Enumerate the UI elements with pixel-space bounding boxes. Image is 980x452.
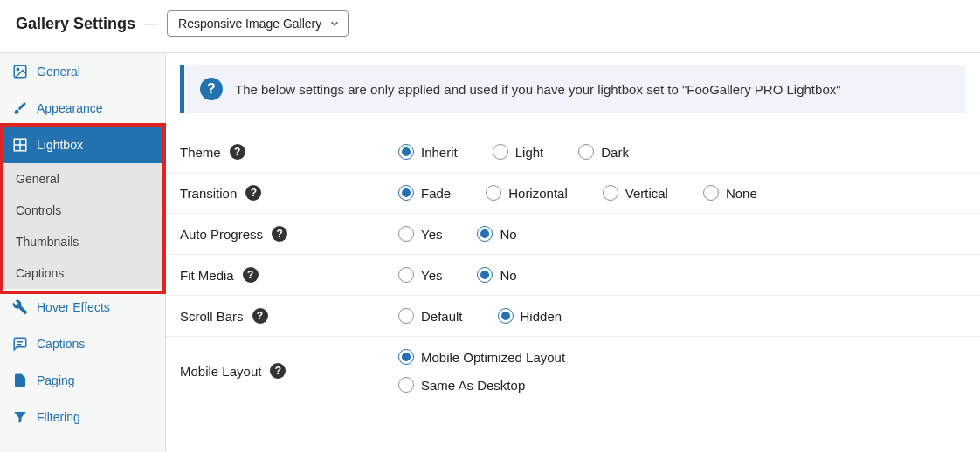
radio-option-horizontal[interactable]: Horizontal bbox=[486, 185, 568, 201]
radio-icon bbox=[398, 349, 414, 365]
radio-icon bbox=[578, 144, 594, 160]
radio-label: Same As Desktop bbox=[421, 378, 525, 393]
notice-text: The below settings are only applied and … bbox=[235, 82, 841, 97]
label-theme: Theme bbox=[180, 145, 221, 160]
grid-icon bbox=[12, 137, 28, 153]
radio-label: Light bbox=[515, 145, 544, 160]
radio-option-fade[interactable]: Fade bbox=[398, 185, 451, 201]
sub-item-general[interactable]: General bbox=[0, 163, 165, 195]
help-icon[interactable]: ? bbox=[245, 185, 261, 201]
theme-options: InheritLightDark bbox=[398, 144, 629, 160]
radio-label: No bbox=[500, 227, 516, 242]
radio-icon bbox=[398, 267, 414, 283]
radio-icon bbox=[398, 144, 414, 160]
radio-option-hidden[interactable]: Hidden bbox=[498, 308, 562, 324]
radio-label: Yes bbox=[421, 268, 442, 283]
radio-option-default[interactable]: Default bbox=[398, 308, 463, 324]
label-scrollbars: Scroll Bars bbox=[180, 309, 244, 324]
svg-point-1 bbox=[17, 68, 18, 70]
title-dash: — bbox=[144, 16, 158, 31]
radio-option-same-as-desktop[interactable]: Same As Desktop bbox=[398, 377, 525, 393]
radio-label: Default bbox=[421, 309, 463, 324]
radio-icon bbox=[493, 144, 508, 160]
radio-option-no[interactable]: No bbox=[477, 267, 516, 283]
info-notice: ? The below settings are only applied an… bbox=[180, 65, 966, 113]
radio-icon bbox=[486, 185, 501, 201]
transition-options: FadeHorizontalVerticalNone bbox=[398, 185, 757, 201]
radio-option-inherit[interactable]: Inherit bbox=[398, 144, 458, 160]
sub-item-controls[interactable]: Controls bbox=[0, 195, 165, 226]
help-icon[interactable]: ? bbox=[252, 308, 268, 324]
radio-icon bbox=[477, 226, 493, 242]
radio-option-light[interactable]: Light bbox=[493, 144, 544, 160]
label-mobilelayout: Mobile Layout bbox=[180, 364, 261, 379]
radio-option-yes[interactable]: Yes bbox=[398, 267, 442, 283]
row-scrollbars: Scroll Bars? DefaultHidden bbox=[166, 296, 980, 337]
radio-label: Inherit bbox=[421, 145, 458, 160]
sidebar-item-label: Captions bbox=[37, 337, 85, 351]
chevron-down-icon bbox=[328, 17, 341, 30]
sidebar-item-paging[interactable]: Paging bbox=[0, 362, 165, 399]
sidebar-item-filtering[interactable]: Filtering bbox=[0, 399, 165, 435]
radio-label: No bbox=[500, 268, 516, 283]
radio-option-yes[interactable]: Yes bbox=[398, 226, 442, 242]
wrench-icon bbox=[12, 299, 28, 315]
radio-label: Fade bbox=[421, 186, 451, 201]
radio-option-no[interactable]: No bbox=[477, 226, 516, 242]
sub-item-captions[interactable]: Captions bbox=[0, 257, 165, 289]
sidebar-item-label: Lightbox bbox=[37, 138, 83, 152]
help-icon[interactable]: ? bbox=[230, 144, 245, 160]
sidebar-item-label: Filtering bbox=[37, 410, 80, 424]
radio-icon bbox=[498, 308, 514, 324]
radio-option-vertical[interactable]: Vertical bbox=[603, 185, 668, 201]
sidebar-item-label: Hover Effects bbox=[37, 300, 110, 314]
radio-label: Horizontal bbox=[508, 186, 568, 201]
radio-label: Yes bbox=[421, 227, 442, 242]
label-autoprogress: Auto Progress bbox=[180, 227, 263, 242]
radio-icon bbox=[398, 308, 414, 324]
sidebar-item-lightbox[interactable]: Lightbox bbox=[0, 127, 165, 163]
select-value: Responsive Image Gallery bbox=[178, 17, 321, 31]
sidebar-item-captions-main[interactable]: Captions bbox=[0, 325, 165, 362]
brush-icon bbox=[12, 100, 28, 116]
radio-icon bbox=[398, 185, 414, 201]
radio-icon bbox=[703, 185, 719, 201]
radio-label: None bbox=[726, 186, 757, 201]
label-transition: Transition bbox=[180, 186, 237, 201]
filter-icon bbox=[12, 409, 28, 425]
radio-label: Dark bbox=[601, 145, 629, 160]
help-icon[interactable]: ? bbox=[272, 226, 287, 242]
row-mobilelayout: Mobile Layout? Mobile Optimized LayoutSa… bbox=[166, 337, 980, 396]
radio-option-none[interactable]: None bbox=[703, 185, 757, 201]
sidebar-item-appearance[interactable]: Appearance bbox=[0, 90, 165, 127]
radio-label: Hidden bbox=[521, 309, 562, 324]
radio-label: Vertical bbox=[625, 186, 668, 201]
page-icon bbox=[12, 373, 28, 388]
image-icon bbox=[12, 64, 28, 79]
fitmedia-options: YesNo bbox=[398, 267, 517, 283]
radio-label: Mobile Optimized Layout bbox=[421, 350, 565, 365]
sidebar-item-hovereffects[interactable]: Hover Effects bbox=[0, 289, 165, 325]
radio-icon bbox=[603, 185, 618, 201]
sidebar: General Appearance Lightbox General Cont… bbox=[0, 53, 166, 452]
content-panel: ? The below settings are only applied an… bbox=[166, 53, 980, 452]
row-transition: Transition? FadeHorizontalVerticalNone bbox=[166, 173, 980, 214]
sub-item-thumbnails[interactable]: Thumbnails bbox=[0, 226, 165, 257]
page-title: Gallery Settings bbox=[16, 15, 135, 33]
question-icon: ? bbox=[200, 78, 223, 100]
chat-icon bbox=[12, 336, 28, 352]
help-icon[interactable]: ? bbox=[270, 363, 286, 379]
radio-option-dark[interactable]: Dark bbox=[578, 144, 629, 160]
row-fitmedia: Fit Media? YesNo bbox=[166, 255, 980, 296]
lightbox-subitems: General Controls Thumbnails Captions bbox=[0, 163, 165, 289]
help-icon[interactable]: ? bbox=[243, 267, 259, 283]
gallery-type-select[interactable]: Responsive Image Gallery bbox=[167, 10, 349, 37]
radio-icon bbox=[398, 377, 414, 393]
row-autoprogress: Auto Progress? YesNo bbox=[166, 214, 980, 255]
sidebar-item-label: General bbox=[37, 65, 80, 79]
row-theme: Theme? InheritLightDark bbox=[166, 132, 980, 173]
sidebar-item-general[interactable]: General bbox=[0, 53, 165, 90]
mobilelayout-options: Mobile Optimized LayoutSame As Desktop bbox=[398, 349, 565, 393]
radio-option-mobile-optimized-layout[interactable]: Mobile Optimized Layout bbox=[398, 349, 565, 365]
autoprogress-options: YesNo bbox=[398, 226, 517, 242]
